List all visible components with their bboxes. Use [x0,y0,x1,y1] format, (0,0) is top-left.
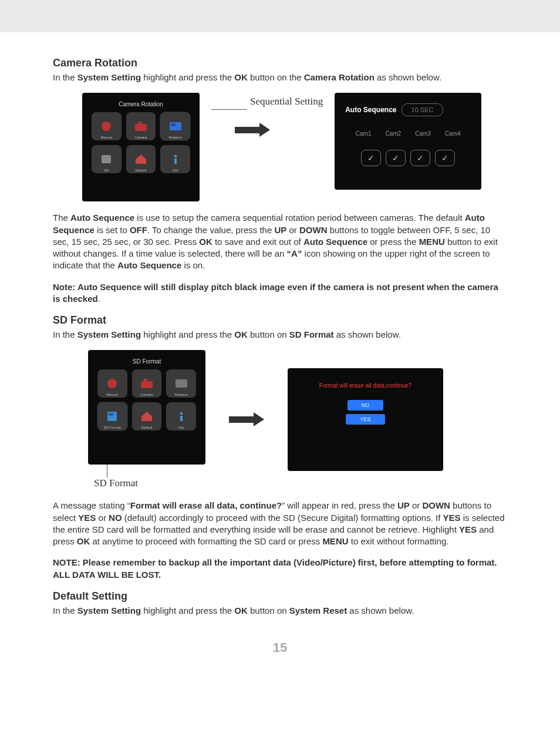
dialog-warning-text: Format will erase all data,continue? [319,382,411,389]
t: is on. [181,260,205,270]
t: or press the [367,237,419,247]
text-bold: Camera Rotation [304,72,375,82]
leader-line [211,109,247,110]
dialog-yes-button: YES [346,414,384,425]
auto-sequence-label: Auto Sequence [345,106,396,114]
menu-tile-home-icon: Default [132,402,162,430]
heading-default-setting: Default Setting [53,590,507,603]
cam-label: Cam2 [386,130,402,137]
figure-row-camera-rotation: Camera Rotation Record Camera Rotation S… [82,93,507,201]
camera-labels: Cam1 Cam2 Cam3 Cam4 [345,130,471,137]
b: YES [78,513,96,523]
svg-rect-2 [138,122,141,124]
svg-point-8 [107,379,117,388]
b: Auto Sequence [70,213,134,223]
auto-sequence-value: 10 SEC [402,103,444,116]
b: NO [109,513,122,523]
svg-rect-9 [141,381,153,388]
svg-rect-15 [180,416,183,421]
svg-rect-1 [135,124,147,131]
t: to exit without formatting. [349,536,449,546]
checkbox-cam3: ✓ [410,150,430,166]
svg-rect-6 [174,155,177,157]
t: or [96,513,109,523]
menu-grid: Record Camera Rotation SD Format Default… [94,369,200,430]
t: button on [248,329,289,339]
b: YES [443,513,460,523]
content: Camera Rotation In the System Setting hi… [0,32,560,679]
cam-label: Cam4 [445,130,461,137]
menu-tile-generic-icon: SD [92,145,122,173]
t: A message stating “ [53,500,130,510]
menu-tile-home-icon: Default [126,145,156,173]
svg-rect-13 [109,413,113,416]
menu-tile-record-icon: Record [97,369,127,398]
b: OK [234,329,248,339]
callout-sequential-setting: Sequential Setting [250,96,323,107]
cam-label: Cam1 [356,130,372,137]
b: MENU [322,536,348,546]
t: button on [248,605,289,615]
svg-rect-10 [144,379,147,382]
leader-line [107,465,107,477]
t: In the [53,329,77,339]
t: (default) accordingly to proceed with th… [122,513,443,523]
menu-grid: Record Camera Rotation SD Default Info [88,112,194,173]
svg-point-0 [102,122,111,131]
camera-rotation-note: Note: Auto Sequence will still display p… [53,281,507,305]
t: . To change the value, press the [147,225,275,235]
t: to save and exit out of [212,237,303,247]
note-bold: NOTE: Please remember to backup all the … [53,557,497,579]
page-number: 15 [53,640,507,655]
t: is use to setup the camera sequential ro… [134,213,465,223]
arrow-right-icon [235,123,270,137]
text-bold: OK [234,72,248,82]
menu-tile-info-icon: Info [166,402,196,430]
b: UP [274,225,286,235]
b: OK [234,605,248,615]
menu-tile-rotation-icon: Rotation [166,369,196,398]
text: as shown below. [377,72,441,82]
b: YES [459,524,477,534]
screenshot-title: Camera Rotation [88,99,194,112]
b: Format will erase all data, continue? [130,500,282,510]
menu-tile-camera-icon: Camera [126,112,156,140]
screenshot-title: SD Format [94,356,200,369]
screenshot-wrapper: SD Format Record Camera Rotation SD Form… [88,350,205,489]
b: OFF [130,225,147,235]
dialog-no-button: NO [348,400,384,410]
heading-camera-rotation: Camera Rotation [53,57,507,69]
note-bold: Note: Auto Sequence will still display p… [53,282,498,304]
b: “A” [287,248,302,258]
t: highlight and press the [141,605,234,615]
default-setting-intro: In the System Setting highlight and pres… [53,605,507,617]
svg-rect-4 [171,123,176,126]
t: ” will appear in red, press the [282,500,397,510]
screenshot-system-settings: Camera Rotation Record Camera Rotation S… [82,93,200,201]
menu-tile-record-icon: Record [92,112,122,140]
text: In the [53,72,77,82]
heading-sd-format: SD Format [53,314,507,327]
sd-format-body: A message stating “Format will erase all… [53,500,507,547]
b: UP [397,500,410,510]
text: highlight and press the [143,72,234,82]
b: SD Format [289,329,334,339]
svg-rect-14 [180,412,183,415]
arrow-right-icon [229,412,264,427]
b: DOWN [299,225,328,235]
t: as shown below. [334,329,401,339]
b: DOWN [422,500,450,510]
t: . [98,294,100,304]
auto-sequence-row: Auto Sequence 10 SEC [345,103,471,116]
t: highlight and press the [141,329,234,339]
t: as shown below. [347,605,414,615]
b: System Setting [77,605,141,615]
checkbox-cam4: ✓ [435,150,455,166]
t: is set to [95,225,130,235]
menu-tile-camera-icon: Camera [132,369,162,398]
checkbox-cam1: ✓ [361,150,381,166]
b: System Reset [289,605,347,615]
screenshot-auto-sequence: Auto Sequence 10 SEC Cam1 Cam2 Cam3 Cam4… [335,93,481,190]
sd-format-intro: In the System Setting highlight and pres… [53,329,507,341]
checkbox-cam2: ✓ [386,150,406,166]
